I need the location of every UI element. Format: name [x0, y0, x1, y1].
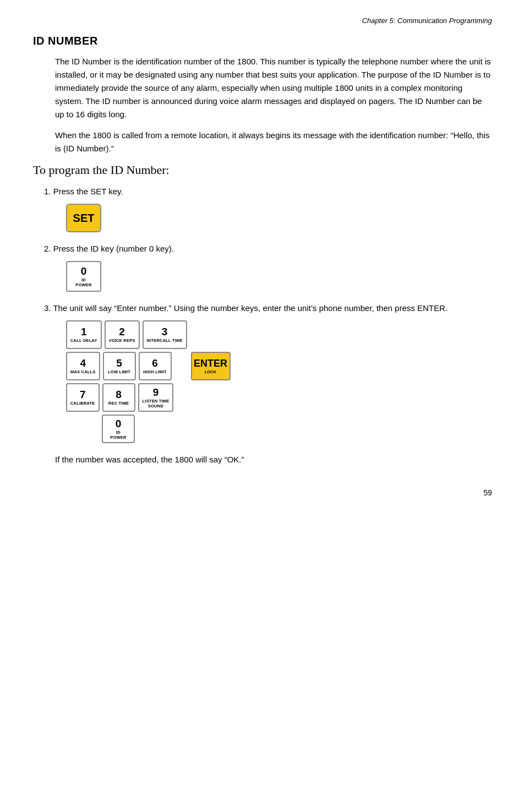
conclusion-text: If the number was accepted, the 1800 wil… — [55, 453, 492, 466]
key-8: 8 REC TIME — [102, 383, 135, 412]
section-title: ID NUMBER — [33, 35, 492, 47]
key-4: 4 MAX CALLS — [66, 352, 100, 380]
step-2-label: 2. Press the ID key (number 0 key). — [44, 242, 492, 255]
step-1-label: 1. Press the SET key. — [44, 185, 492, 198]
header-line: Chapter 5: Communication Programming — [33, 17, 492, 25]
key-0-bottom: 0 ID POWER — [102, 415, 135, 443]
enter-key: ENTER LOCK — [191, 352, 231, 380]
paragraph-1: The ID Number is the identification numb… — [55, 55, 492, 121]
sub-heading: To program the ID Number: — [33, 163, 492, 177]
step-3-label: 3. The unit will say “Enter number.” Usi… — [44, 302, 492, 315]
keypad-grid: 1 CALL DELAY 2 VOICE REPS 3 INTERCALL TI… — [66, 320, 492, 443]
key-2: 2 VOICE REPS — [105, 320, 140, 349]
key-3: 3 INTERCALL TIME — [143, 320, 187, 349]
key-6: 6 HIGH LIMIT — [139, 352, 172, 380]
key-7: 7 CALIBRATE — [66, 383, 100, 412]
key-1: 1 CALL DELAY — [66, 320, 102, 349]
set-key: SET — [66, 204, 101, 232]
zero-key: 0 ID POWER — [66, 261, 101, 292]
key-9: 9 LISTEN TIME SOUND — [138, 383, 174, 412]
page-number: 59 — [33, 488, 492, 497]
paragraph-2: When the 1800 is called from a remote lo… — [55, 129, 492, 155]
key-5: 5 LOW LIMIT — [103, 352, 136, 380]
